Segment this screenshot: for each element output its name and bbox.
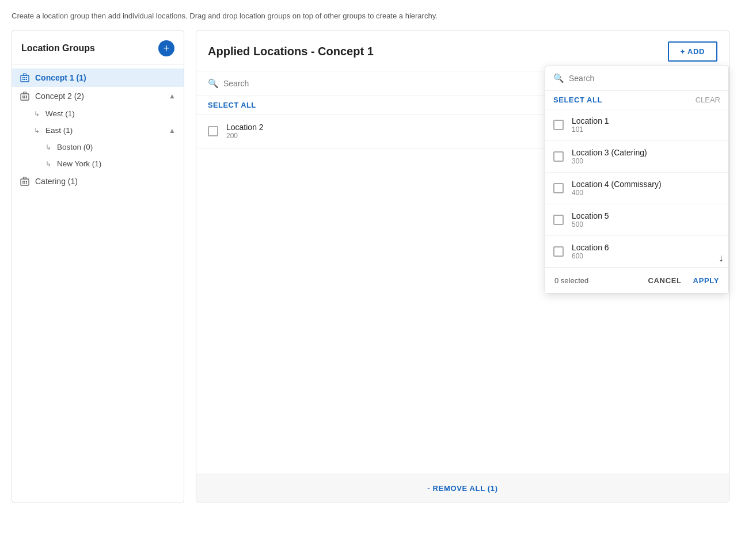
dropdown-select-all[interactable]: SELECT ALL bbox=[553, 96, 602, 104]
svg-rect-14 bbox=[26, 97, 27, 98]
dropdown-checkbox-loc6[interactable] bbox=[553, 246, 564, 257]
svg-rect-22 bbox=[26, 182, 27, 184]
location-name-loc2: Location 2 bbox=[226, 123, 264, 132]
dropdown-checkbox-loc1[interactable] bbox=[553, 120, 564, 130]
arrow-icon-west: ↳ bbox=[34, 110, 40, 118]
dropdown-checkbox-loc3[interactable] bbox=[553, 151, 564, 162]
sidebar-item-concept2[interactable]: Concept 2 (2) ▲ bbox=[12, 87, 184, 105]
dropdown-item-name-loc3: Location 3 (Catering) bbox=[572, 148, 647, 157]
sidebar-item-label-concept2: Concept 2 (2) bbox=[35, 92, 84, 101]
dropdown-search-input[interactable] bbox=[569, 74, 720, 83]
remove-all-button[interactable]: - REMOVE ALL (1) bbox=[427, 484, 497, 493]
sidebar-item-label-west: West (1) bbox=[45, 109, 75, 118]
dropdown-item-name-loc5: Location 5 bbox=[572, 211, 609, 220]
dropdown-clear[interactable]: CLEAR bbox=[696, 96, 720, 104]
add-location-group-button[interactable]: + bbox=[158, 40, 174, 56]
dropdown-footer: 0 selected CANCEL APPLY bbox=[545, 268, 728, 293]
dropdown-item-code-loc4: 400 bbox=[572, 189, 662, 197]
main-content-panel: Applied Locations - Concept 1 + ADD 🔍 SE… bbox=[196, 31, 729, 502]
dropdown-item-loc1[interactable]: Location 1 101 bbox=[545, 109, 728, 141]
svg-rect-20 bbox=[22, 182, 24, 184]
page-description: Create a location group then add individ… bbox=[12, 12, 729, 20]
svg-rect-17 bbox=[22, 181, 24, 182]
svg-rect-19 bbox=[26, 181, 27, 182]
add-button[interactable]: + ADD bbox=[668, 41, 717, 62]
svg-rect-11 bbox=[26, 96, 27, 97]
location-checkbox-loc2[interactable] bbox=[208, 126, 218, 136]
apply-button[interactable]: APPLY bbox=[693, 276, 719, 285]
sidebar-item-concept1[interactable]: Concept 1 (1) bbox=[12, 68, 184, 87]
svg-rect-21 bbox=[24, 182, 25, 184]
selected-count: 0 selected bbox=[554, 276, 588, 285]
cancel-button[interactable]: CANCEL bbox=[648, 276, 682, 285]
sidebar-header: Location Groups + bbox=[12, 31, 184, 65]
sidebar-item-west[interactable]: ↳ West (1) bbox=[28, 105, 184, 122]
svg-rect-10 bbox=[24, 96, 25, 97]
chevron-up-icon-east: ▲ bbox=[169, 127, 176, 135]
sidebar-item-label-newyork: New York (1) bbox=[57, 159, 101, 168]
svg-rect-8 bbox=[21, 94, 29, 100]
building-icon-catering bbox=[20, 177, 31, 186]
svg-rect-5 bbox=[24, 79, 25, 80]
sidebar-sub-concept2: ↳ West (1) ↳ East (1) ▲ ↳ Boston (0) bbox=[12, 105, 184, 172]
svg-rect-1 bbox=[22, 77, 24, 78]
svg-rect-23 bbox=[24, 177, 26, 179]
chevron-up-icon-concept2: ▲ bbox=[169, 92, 176, 100]
dropdown-item-name-loc6: Location 6 bbox=[572, 243, 609, 252]
svg-rect-13 bbox=[24, 97, 25, 98]
sidebar-item-east[interactable]: ↳ East (1) ▲ bbox=[28, 122, 184, 139]
main-title: Applied Locations - Concept 1 bbox=[208, 45, 374, 58]
remove-all-footer: - REMOVE ALL (1) bbox=[196, 474, 729, 502]
sidebar-item-newyork[interactable]: ↳ New York (1) bbox=[40, 155, 184, 172]
dropdown-checkbox-loc5[interactable] bbox=[553, 215, 564, 225]
dropdown-item-code-loc6: 600 bbox=[572, 252, 609, 260]
sidebar-sub-east: ↳ Boston (0) ↳ New York (1) bbox=[28, 139, 184, 172]
dropdown-item-code-loc5: 500 bbox=[572, 220, 609, 228]
sidebar-item-label-boston: Boston (0) bbox=[57, 143, 93, 151]
building-icon-concept2 bbox=[20, 92, 31, 101]
sidebar-item-boston[interactable]: ↳ Boston (0) bbox=[40, 139, 184, 155]
search-icon-dropdown: 🔍 bbox=[553, 73, 564, 83]
arrow-icon-east: ↳ bbox=[34, 127, 40, 135]
dropdown-item-loc4[interactable]: Location 4 (Commissary) 400 bbox=[545, 173, 728, 204]
dropdown-select-row: SELECT ALL CLEAR bbox=[545, 91, 728, 109]
dropdown-item-loc5[interactable]: Location 5 500 bbox=[545, 204, 728, 236]
location-dropdown-panel: 🔍 SELECT ALL CLEAR Location 1 101 bbox=[545, 66, 729, 294]
page-wrapper: Create a location group then add individ… bbox=[0, 0, 741, 560]
svg-rect-9 bbox=[22, 96, 24, 97]
arrow-icon-boston: ↳ bbox=[45, 143, 51, 151]
svg-rect-15 bbox=[24, 92, 26, 94]
dropdown-item-name-loc1: Location 1 bbox=[572, 116, 609, 125]
sidebar-item-label-concept1: Concept 1 (1) bbox=[35, 73, 86, 82]
sidebar: Location Groups + bbox=[12, 31, 184, 502]
dropdown-items-list: Location 1 101 Location 3 (Catering) 300 bbox=[545, 109, 728, 268]
svg-rect-6 bbox=[26, 79, 27, 80]
svg-rect-2 bbox=[24, 77, 25, 78]
svg-rect-16 bbox=[21, 179, 29, 185]
dropdown-item-name-loc4: Location 4 (Commissary) bbox=[572, 180, 662, 189]
main-layout: Location Groups + bbox=[12, 31, 729, 502]
svg-rect-12 bbox=[22, 97, 24, 98]
sidebar-item-label-catering: Catering (1) bbox=[35, 177, 78, 186]
sidebar-item-label-east: East (1) bbox=[45, 126, 73, 135]
building-icon bbox=[20, 73, 31, 82]
svg-rect-0 bbox=[21, 75, 29, 82]
scroll-down-indicator: ↓ bbox=[719, 252, 724, 264]
svg-rect-18 bbox=[24, 181, 25, 182]
sidebar-item-catering[interactable]: Catering (1) bbox=[12, 172, 184, 191]
svg-rect-4 bbox=[22, 79, 24, 80]
location-code-loc2: 200 bbox=[226, 132, 264, 140]
dropdown-search-bar: 🔍 bbox=[545, 66, 728, 91]
dropdown-checkbox-loc4[interactable] bbox=[553, 183, 564, 193]
sidebar-items: Concept 1 (1) bbox=[12, 65, 184, 194]
dropdown-item-code-loc1: 101 bbox=[572, 125, 609, 134]
dropdown-item-loc6[interactable]: Location 6 600 bbox=[545, 236, 728, 268]
sidebar-title: Location Groups bbox=[21, 43, 95, 54]
dropdown-item-code-loc3: 300 bbox=[572, 157, 647, 165]
arrow-icon-newyork: ↳ bbox=[45, 160, 51, 168]
svg-rect-7 bbox=[24, 74, 26, 75]
add-button-label: + ADD bbox=[681, 47, 705, 56]
svg-rect-3 bbox=[26, 77, 27, 78]
search-icon-main: 🔍 bbox=[208, 78, 219, 89]
dropdown-item-loc3[interactable]: Location 3 (Catering) 300 bbox=[545, 141, 728, 173]
